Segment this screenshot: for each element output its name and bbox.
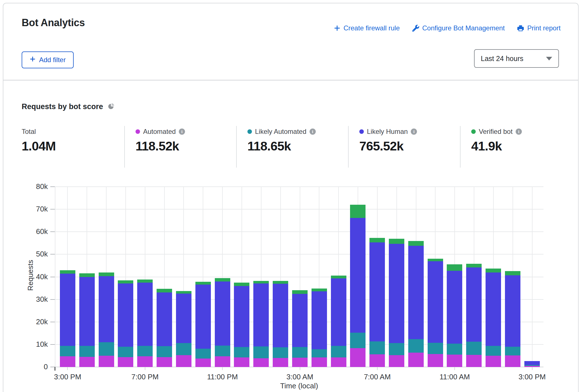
bar-segment-verified-bot[interactable]: [350, 205, 366, 218]
stacked-bar[interactable]: [79, 273, 95, 367]
bar-segment-verified-bot[interactable]: [331, 276, 346, 278]
bar-segment-automated[interactable]: [118, 357, 133, 367]
bar-segment-likely-human[interactable]: [428, 261, 443, 343]
bar-segment-likely-human[interactable]: [137, 283, 153, 346]
bar-segment-verified-bot[interactable]: [312, 289, 327, 291]
info-icon[interactable]: i: [310, 129, 316, 135]
bar-segment-likely-automated[interactable]: [428, 343, 443, 354]
stacked-bar[interactable]: [505, 271, 520, 367]
bar-segment-likely-human[interactable]: [369, 242, 385, 341]
stacked-bar[interactable]: [312, 289, 327, 367]
time-range-select[interactable]: Last 24 hours: [474, 49, 559, 68]
bar-segment-likely-human[interactable]: [350, 218, 366, 333]
bar-segment-automated[interactable]: [350, 348, 366, 367]
bar-segment-likely-human[interactable]: [79, 277, 95, 346]
bar-segment-likely-automated[interactable]: [157, 346, 172, 357]
bar-segment-likely-human[interactable]: [273, 284, 288, 348]
stacked-bar[interactable]: [447, 264, 462, 367]
bar-segment-likely-automated[interactable]: [466, 342, 482, 355]
bar-segment-likely-automated[interactable]: [176, 343, 191, 355]
stacked-bar[interactable]: [234, 283, 249, 367]
stacked-bar[interactable]: [369, 238, 385, 367]
stacked-bar[interactable]: [253, 281, 269, 367]
bar-segment-verified-bot[interactable]: [428, 259, 443, 262]
stacked-bar[interactable]: [157, 289, 172, 367]
bar-segment-likely-human[interactable]: [157, 292, 172, 346]
bar-segment-verified-bot[interactable]: [273, 281, 288, 284]
bar-segment-automated[interactable]: [292, 358, 308, 367]
bar-segment-likely-automated[interactable]: [118, 347, 133, 357]
bar-segment-automated[interactable]: [176, 355, 191, 367]
bar-segment-automated[interactable]: [157, 357, 172, 367]
bar-segment-likely-human[interactable]: [215, 281, 230, 346]
bar-segment-verified-bot[interactable]: [253, 281, 269, 283]
bar-segment-automated[interactable]: [253, 358, 269, 367]
bar-segment-likely-human[interactable]: [389, 244, 404, 343]
stacked-bar[interactable]: [292, 290, 308, 367]
stacked-bar[interactable]: [99, 272, 114, 367]
bar-segment-verified-bot[interactable]: [137, 280, 153, 283]
bar-segment-likely-automated[interactable]: [447, 344, 462, 355]
bar-segment-verified-bot[interactable]: [389, 239, 404, 244]
bar-segment-automated[interactable]: [447, 355, 462, 367]
bar-segment-likely-human[interactable]: [176, 294, 191, 343]
bar-segment-likely-automated[interactable]: [486, 346, 501, 356]
bar-segment-verified-bot[interactable]: [176, 291, 191, 294]
stacked-bar[interactable]: [137, 280, 153, 367]
bar-segment-likely-human[interactable]: [486, 272, 501, 346]
stacked-bar[interactable]: [408, 241, 424, 367]
bar-segment-likely-human[interactable]: [466, 267, 482, 342]
stacked-bar[interactable]: [273, 281, 288, 367]
bar-segment-likely-automated[interactable]: [389, 343, 404, 355]
bar-segment-likely-automated[interactable]: [253, 346, 269, 358]
bar-segment-automated[interactable]: [60, 356, 75, 367]
stacked-bar[interactable]: [466, 264, 482, 367]
bar-segment-automated[interactable]: [369, 354, 385, 367]
bar-segment-automated[interactable]: [331, 357, 346, 367]
bar-segment-likely-human[interactable]: [99, 276, 114, 342]
stacked-bar[interactable]: [331, 276, 346, 367]
info-icon[interactable]: i: [179, 129, 185, 135]
bar-segment-verified-bot[interactable]: [505, 271, 520, 275]
bar-segment-verified-bot[interactable]: [99, 272, 114, 276]
stacked-bar[interactable]: [195, 282, 211, 367]
bar-segment-likely-automated[interactable]: [331, 346, 346, 358]
bar-segment-automated[interactable]: [137, 356, 153, 367]
bar-segment-automated[interactable]: [195, 359, 211, 367]
bar-segment-automated[interactable]: [215, 356, 230, 367]
bar-segment-likely-human[interactable]: [312, 291, 327, 349]
bar-segment-likely-human[interactable]: [253, 283, 269, 346]
bar-segment-automated[interactable]: [466, 355, 482, 367]
bar-segment-automated[interactable]: [312, 357, 327, 367]
bar-segment-automated[interactable]: [505, 355, 520, 367]
bar-segment-likely-automated[interactable]: [292, 347, 308, 358]
bar-segment-likely-automated[interactable]: [234, 347, 249, 358]
stacked-bar[interactable]: [215, 278, 230, 367]
print-report-link[interactable]: Print report: [517, 24, 561, 32]
bar-segment-automated[interactable]: [486, 356, 501, 367]
bar-segment-automated[interactable]: [234, 357, 249, 367]
stacked-bar[interactable]: [118, 280, 133, 367]
stacked-bar[interactable]: [350, 205, 366, 367]
bar-segment-verified-bot[interactable]: [60, 270, 75, 274]
bar-segment-automated[interactable]: [428, 354, 443, 367]
bar-segment-verified-bot[interactable]: [408, 241, 424, 246]
stacked-bar[interactable]: [60, 270, 75, 367]
bar-segment-likely-automated[interactable]: [350, 333, 366, 348]
bar-segment-likely-human[interactable]: [408, 246, 424, 339]
bar-segment-verified-bot[interactable]: [486, 269, 501, 272]
bar-segment-likely-automated[interactable]: [408, 339, 424, 353]
bar-segment-verified-bot[interactable]: [79, 273, 95, 277]
bar-segment-likely-human[interactable]: [505, 275, 520, 347]
stacked-bar[interactable]: [428, 259, 443, 367]
bar-segment-verified-bot[interactable]: [118, 280, 133, 283]
bar-segment-likely-automated[interactable]: [273, 347, 288, 358]
bar-segment-verified-bot[interactable]: [215, 278, 230, 281]
stacked-bar[interactable]: [486, 269, 501, 367]
bar-segment-likely-human[interactable]: [524, 361, 540, 365]
bar-segment-likely-automated[interactable]: [312, 349, 327, 358]
bar-segment-verified-bot[interactable]: [369, 238, 385, 242]
bar-segment-likely-human[interactable]: [60, 274, 75, 346]
bar-segment-likely-automated[interactable]: [215, 346, 230, 356]
add-filter-button[interactable]: Add filter: [22, 51, 74, 68]
